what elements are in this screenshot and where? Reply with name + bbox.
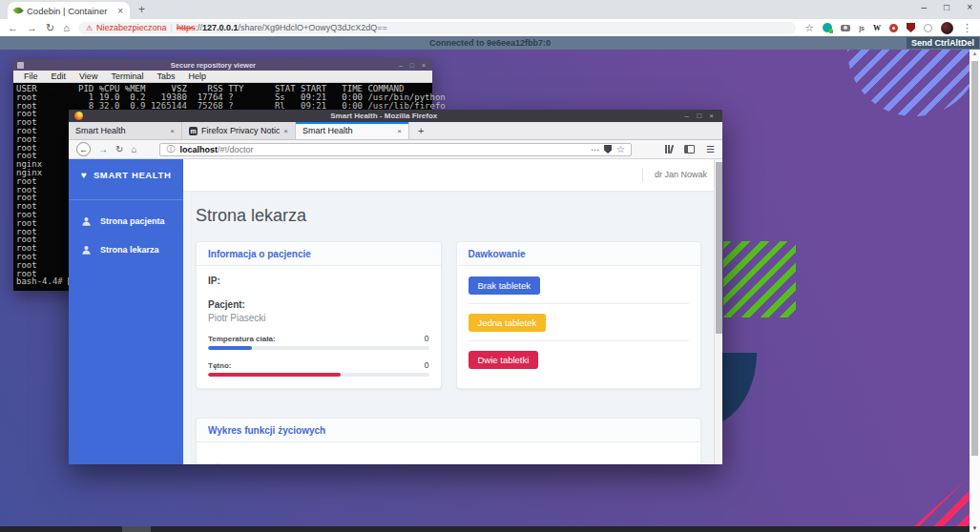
- ff-bookmark-star-icon[interactable]: ☆: [616, 144, 625, 154]
- chrome-toolbar: ← → ↻ ⌂ ⚠ Niezabezpieczona | https://127…: [0, 19, 980, 36]
- temperature-progress-fill: [208, 346, 252, 350]
- terminal-titlebar[interactable]: Secure repository viewer – □ ×: [13, 59, 432, 71]
- send-ctrl-alt-del-button[interactable]: Send CtrlAltDel: [907, 37, 979, 49]
- camera-extension-icon[interactable]: [841, 25, 850, 31]
- card-header: Wykres funkcji życiowych: [197, 419, 700, 442]
- temperature-label: Temperatura ciała:: [208, 335, 276, 343]
- tab-close-icon[interactable]: ×: [283, 127, 288, 135]
- chrome-tab[interactable]: Codebin | Container ×: [8, 2, 130, 19]
- dosing-card: Dawkowanie Brak tabletek Jedna tabletek …: [456, 241, 702, 389]
- firefox-titlebar[interactable]: Smart Health - Mozilla Firefox – □ ×: [69, 110, 722, 122]
- page-title: Strona lekarza: [196, 206, 701, 226]
- back-icon[interactable]: ←: [8, 23, 18, 33]
- temperature-progressbar: [208, 346, 429, 350]
- tab-close-icon[interactable]: ×: [117, 6, 123, 16]
- decor-striped-corner: [914, 477, 970, 526]
- firefox-tab-3-active[interactable]: Smart Health ×: [296, 122, 409, 139]
- menu-terminal[interactable]: Terminal: [104, 72, 150, 81]
- sidebar-item-strona-lekarza[interactable]: Strona lekarza: [69, 235, 183, 264]
- wikipedia-extension-icon[interactable]: W: [873, 24, 881, 32]
- vnc-status-bar: Connected to 9e6eea12fbb7:0 Send CtrlAlt…: [0, 36, 980, 50]
- home-icon[interactable]: ⌂: [63, 23, 70, 33]
- new-tab-button[interactable]: +: [138, 3, 145, 16]
- app-brand[interactable]: ♥ SMART HEALTH: [69, 159, 183, 191]
- reload-icon[interactable]: ↻: [46, 23, 54, 33]
- maximize-button[interactable]: □: [944, 2, 949, 12]
- gray-circle-extension-icon[interactable]: [924, 24, 932, 32]
- library-icon[interactable]: [664, 144, 675, 154]
- menu-edit[interactable]: Edit: [45, 72, 73, 81]
- menu-view[interactable]: View: [73, 72, 104, 81]
- menu-help[interactable]: Help: [181, 72, 213, 81]
- tab-close-icon[interactable]: ×: [397, 127, 402, 135]
- shield-extension-icon[interactable]: [907, 23, 915, 32]
- ff-forward-icon[interactable]: →: [98, 144, 108, 154]
- no-pills-button[interactable]: Brak tabletek: [469, 276, 540, 295]
- desktop-taskbar[interactable]: [0, 526, 970, 532]
- forward-icon[interactable]: →: [27, 23, 37, 33]
- viewport-scrollbar[interactable]: ▲ ▼: [970, 50, 980, 532]
- pulse-label: Tętno:: [208, 361, 231, 370]
- security-warning-icon[interactable]: ⚠: [86, 24, 93, 32]
- firefox-logo-icon: [74, 112, 83, 120]
- app-header: dr Jan Nowak: [183, 159, 722, 191]
- address-bar[interactable]: ⚠ Niezabezpieczona | https://127.0.0.1/s…: [78, 22, 796, 34]
- scrollbar-thumb[interactable]: [971, 61, 978, 456]
- sidebar-nav: Strona pacjenta Strona lekarza: [69, 207, 183, 264]
- firefox-tab-1[interactable]: Smart Health ×: [69, 122, 182, 139]
- person-icon: [81, 216, 92, 227]
- profile-avatar[interactable]: [941, 22, 953, 34]
- bookmark-star-icon[interactable]: ☆: [804, 23, 814, 33]
- scroll-up-icon[interactable]: ▲: [970, 51, 980, 56]
- remote-desktop: Secure repository viewer – □ × File Edit…: [0, 50, 980, 532]
- red-circle-extension-icon[interactable]: [889, 24, 898, 32]
- pocket-shield-icon[interactable]: [604, 145, 612, 153]
- firefox-tab-2[interactable]: m Firefox Privacy Notice — Mo ×: [182, 122, 296, 139]
- extension-icon-1[interactable]: [823, 23, 832, 32]
- url-separator: ://: [195, 23, 202, 32]
- firefox-window-controls[interactable]: – □ ×: [685, 112, 717, 120]
- one-pill-button[interactable]: Jedna tabletek: [469, 314, 547, 332]
- ff-back-icon[interactable]: ←: [76, 142, 91, 156]
- security-warning-label: Niezabezpieczona: [96, 23, 167, 32]
- tab-close-icon[interactable]: ×: [170, 127, 175, 135]
- chart-axis-tick: [218, 463, 219, 464]
- chrome-menu-icon[interactable]: ⋮: [962, 23, 972, 33]
- divider: [469, 303, 690, 304]
- terminal-window-controls[interactable]: – □ ×: [399, 62, 428, 69]
- brand-label: SMART HEALTH: [94, 170, 171, 180]
- firefox-page-scrollbar[interactable]: [714, 159, 722, 464]
- js-extension-icon[interactable]: js: [859, 25, 865, 31]
- temperature-metric: Temperatura ciała: 0: [208, 334, 429, 350]
- terminal-menubar: File Edit View Terminal Tabs Help: [13, 71, 432, 83]
- url-path: /share/Xg9HdclO+OowyQ3dJcX2dQ==: [239, 23, 387, 32]
- firefox-window[interactable]: Smart Health - Mozilla Firefox – □ × Sma…: [69, 110, 722, 464]
- card-header: Informacja o pacjencie: [197, 242, 441, 266]
- logged-in-user[interactable]: dr Jan Nowak: [642, 168, 707, 182]
- sidebar-toggle-icon[interactable]: [684, 145, 695, 153]
- card-title: Dawkowanie: [469, 249, 526, 259]
- ff-home-icon[interactable]: ⌂: [131, 144, 136, 154]
- two-pills-button[interactable]: Dwie tabletki: [469, 351, 539, 369]
- scroll-down-icon[interactable]: ▼: [970, 525, 980, 531]
- firefox-new-tab-button[interactable]: +: [409, 122, 432, 139]
- ff-reload-icon[interactable]: ↻: [115, 144, 123, 154]
- close-button[interactable]: ×: [967, 2, 972, 12]
- scrollbar-thumb[interactable]: [716, 162, 722, 334]
- ff-address-bar[interactable]: ⓘ localhost/#!/doctor ⋯ ☆: [159, 143, 632, 156]
- app-sidebar: ♥ SMART HEALTH Strona pacjenta Strona le…: [69, 159, 183, 464]
- pulse-metric: Tętno: 0: [208, 360, 429, 377]
- decor-striped-square: [723, 241, 796, 317]
- minimize-button[interactable]: –: [922, 2, 928, 12]
- taskbar-item[interactable]: [122, 526, 151, 532]
- vitals-chart: [197, 442, 700, 464]
- page-actions-icon[interactable]: ⋯: [591, 145, 599, 154]
- chrome-tab-title: Codebin | Container: [27, 6, 113, 16]
- site-info-icon[interactable]: ⓘ: [166, 143, 175, 155]
- sidebar-item-strona-pacjenta[interactable]: Strona pacjenta: [69, 207, 183, 235]
- menu-tabs[interactable]: Tabs: [150, 72, 181, 81]
- menu-file[interactable]: File: [17, 72, 45, 81]
- pulse-progress-fill: [208, 373, 341, 377]
- hamburger-menu-icon[interactable]: ☰: [706, 144, 715, 154]
- patient-info-card: Informacja o pacjencie IP: Pacjent: Piot…: [196, 241, 442, 389]
